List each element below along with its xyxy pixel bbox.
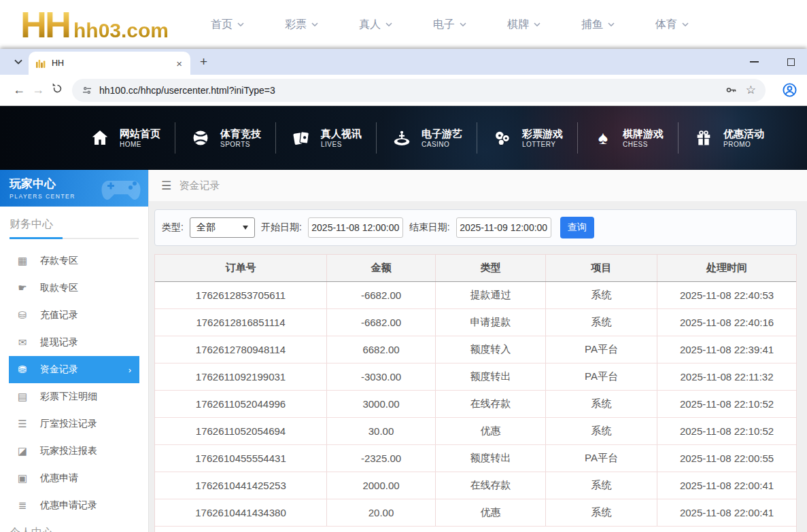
chevron-down-icon	[608, 22, 615, 26]
sidebar-item-recharge-records[interactable]: ⛁充值记录	[0, 302, 148, 329]
gamenav-sports[interactable]: 体育竞技SPORTS	[175, 122, 275, 154]
site-nav-lottery[interactable]: 彩票	[285, 18, 318, 32]
spade-icon: ♠	[592, 127, 614, 149]
sports-ball-icon	[190, 127, 211, 149]
gamenav-live[interactable]: 真人视讯LIVES	[275, 122, 376, 154]
sidebar-item-withdraw-zone[interactable]: ☛取款专区	[0, 274, 148, 302]
password-key-icon[interactable]	[725, 84, 738, 96]
url-text[interactable]: hh100.cc/hhcp/usercenter.html?iniType=3	[99, 85, 717, 96]
site-nav-slots[interactable]: 电子	[433, 18, 466, 32]
panel-wrap: 类型: 全部 开始日期: 结束日期: 查询 订单号	[149, 201, 807, 532]
table-body: 1762612853705611-6682.00提款通过系统2025-11-08…	[155, 282, 796, 527]
end-date-input[interactable]	[456, 217, 551, 238]
site-nav-sports[interactable]: 体育	[655, 18, 689, 32]
wallet-icon: ✉	[16, 336, 29, 349]
window-maximize-button[interactable]	[787, 58, 795, 66]
hamburger-icon[interactable]: ☰	[161, 179, 171, 193]
breadcrumb: ☰ 资金记录	[149, 170, 807, 201]
main-panel: ☰ 资金记录 类型: 全部 开始日期: 结束日期: 查询	[149, 170, 807, 532]
start-date-input[interactable]	[308, 217, 403, 238]
logo-monogram: HH	[20, 6, 69, 43]
sidebar-menu: ▦存款专区 ☛取款专区 ⛁充值记录 ✉提现记录 ⛃资金记录› ▤彩票下注明细 ☰…	[0, 247, 148, 519]
sidebar-item-deposit-zone[interactable]: ▦存款专区	[0, 247, 148, 274]
table-cell: 1762611052044996	[155, 391, 327, 417]
gamenav-casino[interactable]: 电子游艺CASINO	[376, 122, 477, 154]
gamepad-icon	[99, 174, 143, 204]
logo-domain: hh03.com	[73, 19, 169, 42]
table-cell: 30.00	[327, 418, 436, 444]
sidebar: 玩家中心 PLAYERS CENTER 财务中心 ▦存款专区 ☛取款专区 ⛁充值…	[0, 170, 149, 532]
promo-gift-icon: ▣	[16, 472, 29, 484]
tab-close-icon[interactable]: ×	[175, 58, 184, 69]
breadcrumb-label: 资金记录	[179, 179, 220, 192]
table-cell: 系统	[546, 472, 657, 499]
browser-tab[interactable]: HH ×	[29, 52, 190, 75]
table-row: 1762612816851114-6682.00申请提款系统2025-11-08…	[155, 309, 796, 336]
table-cell: 1762611052054694	[155, 418, 327, 444]
table-cell: -6682.00	[327, 282, 436, 308]
tab-search-button[interactable]	[10, 53, 27, 71]
table-cell: 系统	[546, 309, 657, 336]
table-header: 订单号 金额 类型 项目 处理时间	[155, 255, 796, 282]
window-minimize-button[interactable]	[750, 61, 759, 63]
bookmark-star-icon[interactable]: ☆	[746, 83, 756, 97]
site-info-icon[interactable]	[82, 85, 92, 96]
site-nav-chess[interactable]: 棋牌	[507, 18, 540, 32]
sidebar-item-lottery-bet-details[interactable]: ▤彩票下注明细	[0, 383, 148, 410]
query-button[interactable]: 查询	[560, 217, 594, 238]
site-nav-home[interactable]: 首页	[211, 18, 244, 32]
table-cell: -6682.00	[327, 309, 436, 336]
players-center-header: 玩家中心 PLAYERS CENTER	[0, 170, 148, 207]
list-icon: ☰	[16, 418, 29, 430]
personal-section-title: 个人中心	[10, 526, 139, 532]
site-nav: 首页 彩票 真人 电子 棋牌 捕鱼 体育	[211, 18, 689, 32]
sidebar-item-promo-apply-records[interactable]: ≣优惠申请记录	[0, 492, 148, 519]
start-date-label: 开始日期:	[261, 221, 302, 234]
table-cell: 系统	[546, 499, 657, 526]
table-cell: 1762612780948114	[155, 336, 327, 363]
type-select[interactable]: 全部	[190, 217, 255, 238]
table-cell: 3000.00	[327, 391, 436, 417]
sidebar-item-funds-records[interactable]: ⛃资金记录›	[9, 356, 139, 383]
table-cell: 在线存款	[436, 391, 546, 417]
table-cell: -2325.00	[327, 445, 436, 472]
table-cell: 2025-11-08 22:00:41	[657, 499, 796, 526]
new-tab-button[interactable]: +	[200, 54, 207, 69]
gamenav-home[interactable]: 网站首页HOME	[75, 122, 175, 154]
table-cell: 优惠	[436, 499, 546, 526]
game-navbar: 网站首页HOME 体育竞技SPORTS 真人视讯LIVES 电子游艺CASINO	[0, 106, 807, 170]
site-nav-live[interactable]: 真人	[359, 18, 392, 32]
table-row: 1762612853705611-6682.00提款通过系统2025-11-08…	[155, 282, 796, 309]
table-cell: 2000.00	[327, 472, 436, 499]
sidebar-item-withdrawal-records[interactable]: ✉提现记录	[0, 329, 148, 356]
gamenav-promo[interactable]: 优惠活动PROMO	[678, 122, 778, 154]
url-bar[interactable]: hh100.cc/hhcp/usercenter.html?iniType=3 …	[72, 79, 766, 102]
site-logo[interactable]: HH hh03.com	[20, 6, 169, 43]
window-controls	[750, 49, 795, 75]
screen: HH hh03.com 首页 彩票 真人 电子 棋牌 捕鱼 体育	[0, 0, 807, 532]
table-row: 176261044143438020.00优惠系统2025-11-08 22:0…	[155, 499, 796, 527]
table-cell: 1762610441434380	[155, 499, 327, 526]
forward-button[interactable]: →	[29, 83, 48, 97]
filter-bar: 类型: 全部 开始日期: 结束日期: 查询	[154, 209, 797, 246]
gamenav-lottery[interactable]: 彩票游戏LOTTERY	[477, 122, 577, 154]
reload-button[interactable]	[48, 83, 67, 98]
table-cell: 1762612853705611	[155, 282, 327, 308]
site-nav-fishing[interactable]: 捕鱼	[581, 18, 615, 32]
browser-window: HH × + ← → hh100.cc/hhcp/usercenter.html…	[0, 49, 807, 532]
document-icon: ▤	[16, 391, 29, 403]
profile-avatar-icon[interactable]	[782, 82, 797, 98]
sidebar-item-player-bet-report[interactable]: ◪玩家投注报表	[0, 438, 148, 465]
header-type: 类型	[436, 255, 546, 281]
table-row: 176261105205469430.00优惠系统2025-11-08 22:1…	[155, 418, 796, 445]
sidebar-item-hall-bet-records[interactable]: ☰厅室投注记录	[0, 410, 148, 438]
sidebar-item-promo-apply[interactable]: ▣优惠申请	[0, 465, 148, 492]
section-divider	[10, 238, 139, 239]
table-cell: 申请提款	[436, 309, 546, 336]
back-button[interactable]: ←	[10, 83, 29, 97]
gamenav-chess[interactable]: ♠ 棋牌游戏CHESS	[577, 122, 678, 154]
reload-icon	[52, 83, 63, 94]
table-cell: 系统	[546, 391, 657, 417]
table-cell: PA平台	[546, 363, 657, 390]
header-order-no: 订单号	[155, 255, 327, 281]
